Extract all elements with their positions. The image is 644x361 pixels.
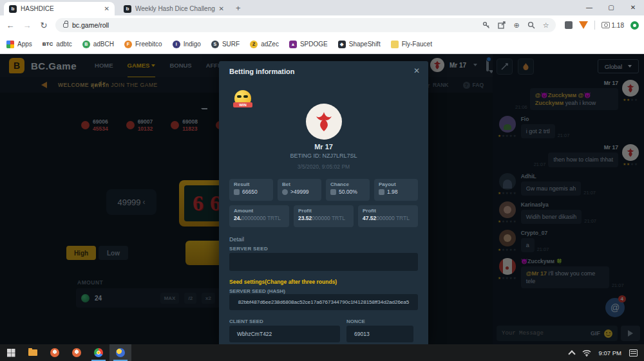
- back-icon[interactable]: ←: [5, 21, 15, 30]
- client-seed-label: CLIENT SEED: [229, 319, 263, 324]
- window-maximize-button[interactable]: ▢: [600, 0, 622, 14]
- server-seed-hash-field[interactable]: 82bbf487d6ee238d6808ac52ce17a6767344790c…: [229, 294, 418, 310]
- server-seed-label: SERVER SEED: [229, 246, 268, 252]
- adzec-icon: Z: [250, 41, 258, 48]
- blue-app-icon: [116, 348, 125, 357]
- wifi-icon[interactable]: [582, 349, 591, 356]
- nonce-field[interactable]: 69013: [346, 326, 413, 342]
- pinned-app-button[interactable]: [44, 344, 66, 361]
- browser-chrome: b HASHDICE ✕ b Weekly Hash Dice Challeng…: [0, 0, 644, 54]
- tab-title: Weekly Hash Dice Challenge - Se: [135, 5, 215, 12]
- pinned-app-button[interactable]: [66, 344, 88, 361]
- bet-timestamp: 3/5/2020, 9:05:02 PM: [219, 163, 428, 170]
- phoenix-icon: [311, 109, 337, 134]
- green-extension-icon[interactable]: [630, 21, 639, 30]
- screen: b HASHDICE ✕ b Weekly Hash Dice Challeng…: [0, 0, 644, 361]
- address-bar: ← → ↻ bc.game/roll ⊕ ☆: [0, 15, 644, 35]
- close-icon[interactable]: ✕: [413, 66, 420, 75]
- coin-icon: [282, 189, 288, 195]
- stat-result: Result 66650: [229, 179, 273, 201]
- file-explorer-button[interactable]: [22, 344, 44, 361]
- betting-info-modal: Betting information ✕ WIN Mr 17 BETING I…: [219, 61, 428, 344]
- stat-chance: Chance 50.00%: [326, 179, 370, 201]
- client-seed-field[interactable]: WbhzCmT422: [229, 326, 340, 342]
- zoom-plus-icon[interactable]: ⊕: [513, 21, 519, 30]
- new-tab-button[interactable]: +: [236, 3, 241, 13]
- server-seed-hash-label: SERVER SEED (HASH): [229, 288, 285, 294]
- player-avatar[interactable]: [306, 104, 342, 140]
- chips-icon: [379, 189, 384, 195]
- lock-icon: [63, 23, 68, 28]
- price-badge: 1.18: [612, 22, 624, 29]
- stat-payout: Payout 1.98: [374, 179, 418, 201]
- clock[interactable]: 9:07 PM: [599, 349, 621, 356]
- bcgame-favicon: b: [124, 5, 131, 13]
- metamask-icon[interactable]: [579, 21, 588, 29]
- bookmark-indigo[interactable]: IIndigo: [173, 41, 201, 48]
- share-icon[interactable]: [498, 21, 506, 29]
- bookmark-flyfaucet[interactable]: Fly-Faucet: [391, 41, 432, 48]
- divider: [594, 21, 595, 30]
- shapeshift-fox-icon: ◆: [338, 41, 346, 48]
- bookmark-star-icon[interactable]: ☆: [543, 21, 549, 30]
- orange-app-icon: [50, 348, 59, 357]
- stat-bet: Bet >49999: [278, 179, 321, 201]
- tab-title: HASHDICE: [21, 5, 100, 12]
- bcgame-page: B BC.Game HOME GAMES BONUS AFFILIATE FOR…: [0, 54, 644, 344]
- price-extension[interactable]: 1.18: [601, 22, 624, 29]
- stat-amount: Amount 24.00000000 TRTL: [229, 205, 289, 227]
- bookmark-apps[interactable]: Apps: [6, 41, 32, 48]
- dice-icon: [330, 189, 336, 195]
- forward-icon[interactable]: →: [22, 21, 32, 30]
- bookmark-shapeshift[interactable]: ◆ShapeShift: [338, 41, 381, 48]
- tab-strip: b HASHDICE ✕ b Weekly Hash Dice Challeng…: [0, 0, 644, 15]
- url-input[interactable]: bc.game/roll ⊕ ☆: [55, 18, 556, 32]
- password-key-icon[interactable]: [482, 21, 490, 29]
- bookmark-spdoge[interactable]: ▲SPDOGE: [289, 41, 328, 48]
- action-center-icon[interactable]: [629, 349, 638, 356]
- start-button[interactable]: [0, 344, 22, 361]
- bookmarks-bar: Apps BTCadbtc BadBCH FFreebitco IIndigo …: [0, 35, 644, 54]
- windows-taskbar: 9:07 PM: [0, 344, 644, 361]
- bookmark-adbch[interactable]: BadBCH: [82, 41, 114, 48]
- tab-close-icon[interactable]: ✕: [104, 5, 109, 12]
- indigo-icon: I: [173, 41, 180, 48]
- window-close-button[interactable]: ✕: [622, 0, 644, 14]
- bcgame-favicon: b: [9, 5, 17, 13]
- reload-icon[interactable]: ↻: [39, 21, 49, 30]
- surf-icon: S: [211, 41, 219, 48]
- adbch-icon: B: [82, 41, 90, 48]
- dice-icon: [234, 189, 240, 195]
- betting-id: BETING ID: NZJ7LRL7SL: [219, 153, 428, 159]
- folder-icon: [28, 349, 37, 356]
- active-app-button[interactable]: [109, 344, 131, 361]
- modal-title: Betting information: [229, 68, 294, 75]
- tab-hashdice[interactable]: b HASHDICE ✕: [4, 2, 115, 15]
- tray-expand-icon[interactable]: [568, 350, 575, 357]
- stat-profit-total: Profit 47.52000000 TRTL: [358, 205, 418, 227]
- bookmark-surf[interactable]: SSURF: [211, 41, 240, 48]
- window-minimize-button[interactable]: —: [578, 0, 600, 14]
- btc-text-icon: BTC: [43, 41, 53, 47]
- windows-logo-icon: [7, 349, 15, 356]
- tab-weekly-challenge[interactable]: b Weekly Hash Dice Challenge - Se ✕: [118, 2, 229, 15]
- seed-settings-label: Seed settings(Change after three rounds): [229, 279, 337, 285]
- bookmark-adbtc[interactable]: BTCadbtc: [43, 41, 72, 48]
- flyfaucet-icon: [391, 41, 399, 48]
- tab-close-icon[interactable]: ✕: [219, 5, 224, 12]
- extension-cube-icon[interactable]: [565, 21, 573, 29]
- player-name: Mr 17: [219, 143, 428, 151]
- search-icon[interactable]: [527, 21, 535, 29]
- bookmark-freebitco[interactable]: FFreebitco: [124, 41, 162, 48]
- chrome-taskbar-button[interactable]: [88, 344, 109, 361]
- camera-icon: [601, 22, 610, 28]
- nonce-label: NONCE: [346, 319, 365, 324]
- apps-grid-icon: [6, 41, 14, 48]
- stat-profit: Profit 23.52000000 TRTL: [294, 205, 354, 227]
- win-ribbon: WIN: [233, 102, 252, 107]
- url-text: bc.game/roll: [72, 21, 478, 29]
- orange-app-icon: [72, 348, 81, 357]
- win-badge: WIN: [233, 90, 252, 109]
- bookmark-adzec[interactable]: ZadZec: [250, 41, 279, 48]
- server-seed-field[interactable]: [229, 253, 418, 271]
